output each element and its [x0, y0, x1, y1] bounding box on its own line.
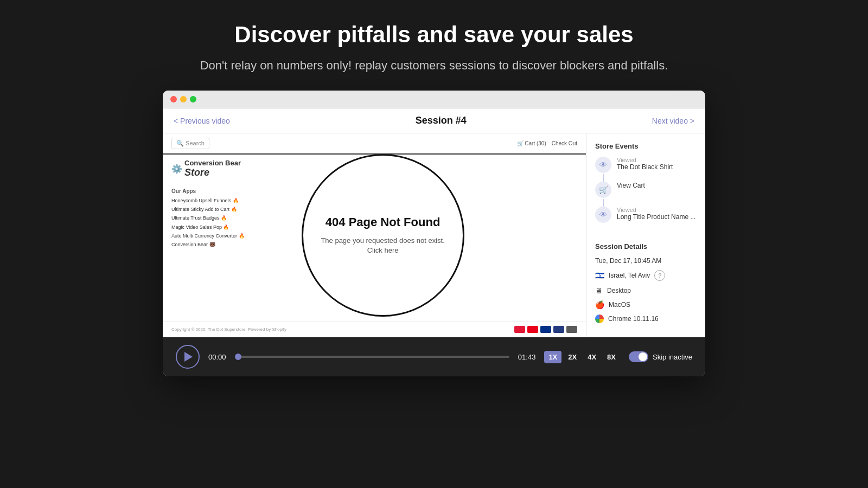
event-name-2: View Cart	[617, 182, 645, 189]
store-logo-icon: ⚙️	[171, 164, 182, 174]
time-start: 00:00	[208, 353, 226, 361]
apple-icon: 🍎	[595, 300, 604, 309]
page-404-text: The page you requested does not exist. C…	[320, 236, 446, 255]
store-search: 🔍 Search	[171, 138, 209, 149]
browser-dot-yellow	[180, 96, 187, 102]
store-preview: 🔍 Search 🛒 Cart (30) Check Out ⚙️ Conver…	[163, 133, 586, 337]
session-datetime: Tue, Dec 17, 10:45 AM	[595, 257, 697, 265]
event-text-3: Viewed Long Title Product Name ...	[617, 207, 695, 221]
skip-label: Skip inactive	[653, 353, 692, 361]
cart-link: 🛒 Cart (30)	[517, 140, 546, 146]
hero-subtitle: Don't relay on numbers only! replay cust…	[200, 56, 668, 74]
session-device: Desktop	[607, 287, 631, 294]
flag-icon: 🇮🇱	[595, 271, 604, 280]
speed-4x-button[interactable]: 4X	[583, 351, 601, 363]
session-details-section: Session Details Tue, Dec 17, 10:45 AM 🇮🇱…	[595, 242, 697, 329]
speed-1x-button[interactable]: 1X	[544, 351, 561, 363]
session-details-title: Session Details	[595, 242, 697, 251]
event-item-view-cart: 🛒 View Cart	[595, 182, 697, 198]
prev-video-button[interactable]: < Previous video	[174, 117, 230, 125]
session-sidebar: Store Events 👁 Viewed The Dot Black Shir…	[586, 133, 705, 337]
store-events-title: Store Events	[595, 142, 697, 150]
session-os-row: 🍎 MacOS	[595, 300, 697, 309]
browser-window: < Previous video Session #4 Next video >…	[163, 91, 705, 376]
footer-text: Copyright © 2020, The Dot Superstore. Po…	[171, 327, 286, 332]
play-button[interactable]	[176, 345, 200, 369]
store-events-section: Store Events 👁 Viewed The Dot Black Shir…	[595, 142, 697, 232]
store-footer: Copyright © 2020, The Dot Superstore. Po…	[163, 321, 586, 337]
cart-icon-1: 🛒	[595, 182, 611, 198]
event-name-1: The Dot Black Shirt	[617, 163, 673, 171]
event-label-3: Viewed	[617, 207, 695, 213]
payment-icon-visa	[514, 326, 525, 333]
store-nav-links: 🛒 Cart (30) Check Out	[517, 140, 577, 146]
next-video-button[interactable]: Next video >	[652, 117, 694, 125]
event-text-1: Viewed The Dot Black Shirt	[617, 157, 673, 171]
speed-2x-button[interactable]: 2X	[564, 351, 581, 363]
payment-icon-apple	[566, 326, 577, 333]
session-location-row: 🇮🇱 Israel, Tel Aviv ?	[595, 270, 697, 281]
session-location: Israel, Tel Aviv	[609, 272, 650, 279]
store-header: 🔍 Search 🛒 Cart (30) Check Out	[163, 133, 586, 155]
desktop-icon: 🖥	[595, 286, 603, 295]
payment-icon-paypal	[553, 326, 564, 333]
progress-dot	[235, 354, 241, 360]
event-name-3: Long Title Product Name ...	[617, 213, 695, 221]
session-os: MacOS	[609, 301, 630, 309]
page-404-title: 404 Page Not Found	[326, 215, 440, 229]
skip-inactive-toggle: Skip inactive	[629, 351, 692, 362]
payment-icon-amex	[540, 326, 551, 333]
browser-dot-red	[170, 96, 177, 102]
video-controls: 00:00 01:43 1X 2X 4X 8X Skip inactive	[163, 337, 705, 376]
page-404-overlay: 404 Page Not Found The page you requeste…	[302, 154, 464, 317]
play-icon	[184, 352, 193, 362]
payment-icon-mc	[527, 326, 538, 333]
browser-chrome	[163, 91, 705, 108]
browser-dot-green	[190, 96, 196, 102]
session-nav: < Previous video Session #4 Next video >	[163, 108, 705, 133]
event-label-1: Viewed	[617, 157, 673, 163]
viewed-icon-1: 👁	[595, 157, 611, 173]
speed-8x-button[interactable]: 8X	[603, 351, 620, 363]
session-title: Session #4	[416, 115, 467, 126]
speed-controls: 1X 2X 4X 8X	[544, 351, 620, 363]
session-device-row: 🖥 Desktop	[595, 286, 697, 295]
time-end: 01:43	[518, 353, 536, 361]
event-item-viewed-shirt: 👁 Viewed The Dot Black Shirt	[595, 157, 697, 173]
checkout-link: Check Out	[552, 140, 577, 146]
event-text-2: View Cart	[617, 182, 645, 189]
payment-icons	[514, 326, 577, 333]
viewed-icon-2: 👁	[595, 207, 611, 223]
toggle-switch[interactable]	[629, 351, 648, 362]
session-browser-row: Chrome 10.11.16	[595, 314, 697, 323]
session-browser: Chrome 10.11.16	[608, 315, 659, 323]
chrome-icon	[595, 314, 604, 323]
toggle-knob	[639, 352, 647, 361]
event-item-viewed-product: 👁 Viewed Long Title Product Name ...	[595, 207, 697, 223]
hero-title: Discover pitfalls and save your sales	[200, 22, 668, 48]
progress-bar[interactable]	[235, 356, 509, 358]
hero-section: Discover pitfalls and save your sales Do…	[189, 0, 679, 91]
info-button[interactable]: ?	[654, 270, 665, 281]
main-content: 🔍 Search 🛒 Cart (30) Check Out ⚙️ Conver…	[163, 133, 705, 337]
store-name: Conversion BearStore	[184, 159, 241, 178]
